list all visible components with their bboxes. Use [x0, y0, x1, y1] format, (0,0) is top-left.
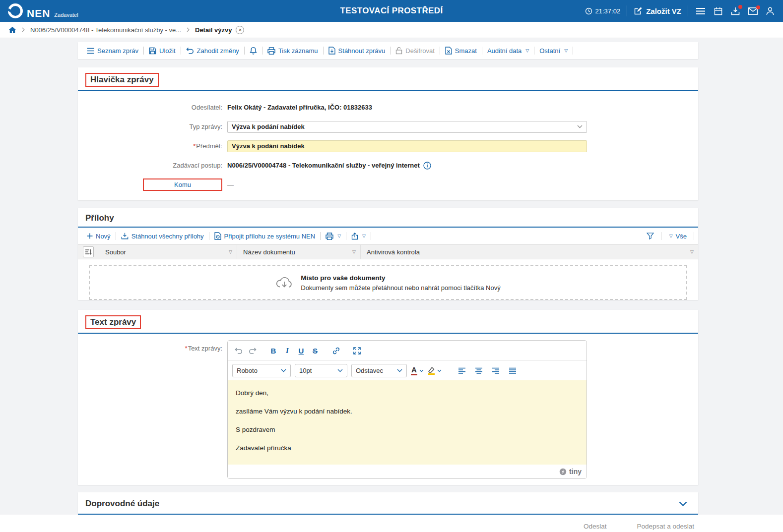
align-justify-icon [509, 367, 517, 374]
unlock-icon [395, 47, 402, 55]
block-format-select[interactable]: Odstavec [351, 364, 407, 377]
column-header-antivirova-kontrola[interactable]: Antivirová kontrola ▽ [361, 245, 698, 259]
bold-button[interactable]: B [267, 344, 280, 357]
collapse-head[interactable]: Doprovodné údaje [78, 492, 698, 514]
fullscreen-button[interactable] [350, 344, 363, 357]
record-toolbar: Seznam zpráv Uložit Zahodit změny Tisk z… [78, 42, 698, 59]
editor-redo-button[interactable] [246, 344, 259, 357]
message-type-select[interactable]: Výzva k podání nabídek [227, 121, 587, 133]
highlight-color-bar [428, 373, 435, 375]
home-button[interactable] [8, 26, 16, 34]
main-menu-button[interactable] [695, 6, 707, 16]
download-message-button[interactable]: Stáhnout zprávu [324, 47, 391, 55]
expand-section-button[interactable] [679, 501, 687, 506]
message-list-button[interactable]: Seznam zpráv [82, 47, 143, 55]
toolbar-label: Smazat [455, 47, 477, 55]
subject-input[interactable]: Výzva k podání nabídek [227, 140, 587, 152]
toolbar-label: Nový [96, 233, 111, 240]
toolbar-divider [371, 232, 371, 240]
block-format-value: Odstavec [356, 367, 383, 374]
message-text-form: *Text zprávy: B I [78, 334, 698, 485]
downloads-button[interactable] [730, 6, 741, 16]
message-text-label-wrap: *Text zprávy: [78, 340, 227, 352]
column-settings-icon [85, 249, 92, 255]
chevron-down-icon [437, 369, 442, 372]
brand-name: NEN [27, 8, 50, 18]
align-justify-button[interactable] [506, 364, 519, 377]
toolbar-label: Seznam zpráv [97, 47, 138, 55]
info-icon [423, 162, 431, 170]
discard-changes-button[interactable]: Zahodit změny [181, 47, 244, 55]
column-header-nazev-dokumentu[interactable]: Název dokumentu ▽ [237, 245, 361, 259]
column-filter-icon[interactable]: ▽ [690, 250, 694, 254]
print-attachments-button[interactable]: ▽ [321, 233, 346, 240]
user-button[interactable] [765, 6, 775, 16]
strikethrough-button[interactable]: S [309, 344, 322, 357]
toolbar-label: Auditní data [487, 47, 522, 55]
notifications-button[interactable] [245, 47, 262, 55]
save-button[interactable]: Uložit [144, 47, 181, 55]
filter-all-button[interactable]: ▽ Vše [663, 233, 692, 240]
print-record-button[interactable]: Tisk záznamu [262, 47, 323, 55]
audit-data-button[interactable]: Auditní data ▽ [482, 47, 534, 55]
attach-from-nen-button[interactable]: Připojit přílohu ze systému NEN [209, 232, 321, 240]
editor-content-area[interactable]: Dobrý den, zasíláme Vám výzvu k podání n… [228, 380, 587, 465]
highlight-color-button[interactable] [428, 364, 442, 377]
column-filter-icon[interactable]: ▽ [229, 250, 232, 254]
delete-document-icon [445, 47, 452, 55]
calendar-button[interactable] [713, 6, 723, 16]
font-family-select[interactable]: Roboto [232, 364, 291, 377]
create-vz-button[interactable]: Založit VZ [634, 6, 681, 15]
toolbar-label: Zahodit změny [197, 47, 239, 55]
breadcrumb-procedure[interactable]: N006/25/V00004748 - Telekomunikační služ… [30, 26, 181, 34]
editor-undo-button[interactable] [232, 344, 245, 357]
chevron-right-icon [187, 27, 190, 32]
header-divider [627, 5, 627, 16]
toolbar-divider [573, 47, 573, 55]
column-filter-icon[interactable]: ▽ [352, 250, 356, 254]
other-actions-button[interactable]: Ostatní ▽ [534, 47, 573, 55]
export-attachments-button[interactable]: ▽ [346, 233, 371, 240]
text-color-button[interactable]: A [411, 364, 424, 377]
page-title: Detail výzvy [195, 26, 232, 34]
insert-link-button[interactable] [329, 344, 342, 357]
column-settings-button[interactable] [83, 246, 94, 257]
align-left-icon [458, 367, 466, 374]
delete-button[interactable]: Smazat [440, 47, 482, 55]
menu-icon [696, 7, 706, 15]
new-attachment-button[interactable]: Nový [82, 233, 116, 240]
app-header: NEN Zadavatel TESTOVACÍ PROSTŘEDÍ 21:37:… [0, 0, 783, 22]
align-center-button[interactable] [472, 364, 485, 377]
text-color-icon: A [411, 366, 417, 376]
tiny-brand-label[interactable]: tiny [569, 468, 582, 475]
column-header-soubor[interactable]: Soubor ▽ [99, 245, 237, 259]
underline-button[interactable]: U [295, 344, 308, 357]
chevron-down-icon [577, 125, 583, 128]
filter-button[interactable] [642, 233, 659, 239]
align-left-button[interactable] [456, 364, 468, 377]
notification-badge [738, 5, 742, 9]
procedure-info-button[interactable] [423, 162, 431, 170]
sender-label: Odesílatel: [78, 104, 227, 111]
toolbar-label: Tisk záznamu [278, 47, 318, 55]
attachments-dropzone[interactable]: Místo pro vaše dokumenty Dokumenty sem m… [89, 265, 687, 300]
column-label: Název dokumentu [243, 248, 295, 256]
editor-toolbar-row-2: Roboto 10pt Odstavec [228, 360, 587, 380]
form-value-wrap: Výzva k podání nabídek [227, 121, 587, 133]
italic-button[interactable]: I [281, 344, 294, 357]
sign-and-send-button[interactable]: Podepsat a odeslat [633, 523, 698, 530]
dropzone-text: Místo pro vaše dokumenty Dokumenty sem m… [301, 274, 501, 292]
nen-brand[interactable]: NEN Zadavatel [8, 3, 78, 18]
recipient-link[interactable]: Komu [143, 178, 222, 191]
decrypt-button[interactable]: Dešifrovat [391, 47, 440, 55]
server-time: 21:37:02 [585, 7, 621, 15]
clock-icon [585, 7, 592, 15]
font-size-select[interactable]: 10pt [295, 364, 347, 377]
toolbar-label: Stáhnout zprávu [338, 47, 386, 55]
close-tab-button[interactable]: × [236, 26, 244, 34]
send-button[interactable]: Odeslat [580, 523, 611, 530]
caret-down-icon: ▽ [564, 49, 568, 53]
align-right-button[interactable] [489, 364, 502, 377]
download-all-attachments-button[interactable]: Stáhnout všechny přílohy [116, 233, 209, 240]
messages-button[interactable] [747, 6, 759, 16]
